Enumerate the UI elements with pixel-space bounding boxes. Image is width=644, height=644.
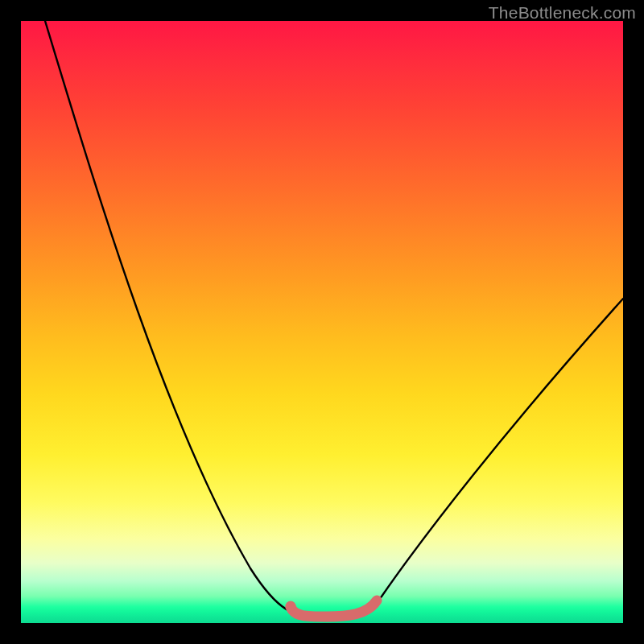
curve-highlight-segment [291, 601, 377, 617]
chart-frame: TheBottleneck.com [0, 0, 644, 644]
bottleneck-curve [45, 21, 623, 617]
plot-area [21, 21, 623, 623]
curve-highlight-dot [286, 601, 296, 612]
bottleneck-curve-svg [21, 21, 623, 623]
watermark-text: TheBottleneck.com [489, 3, 636, 23]
